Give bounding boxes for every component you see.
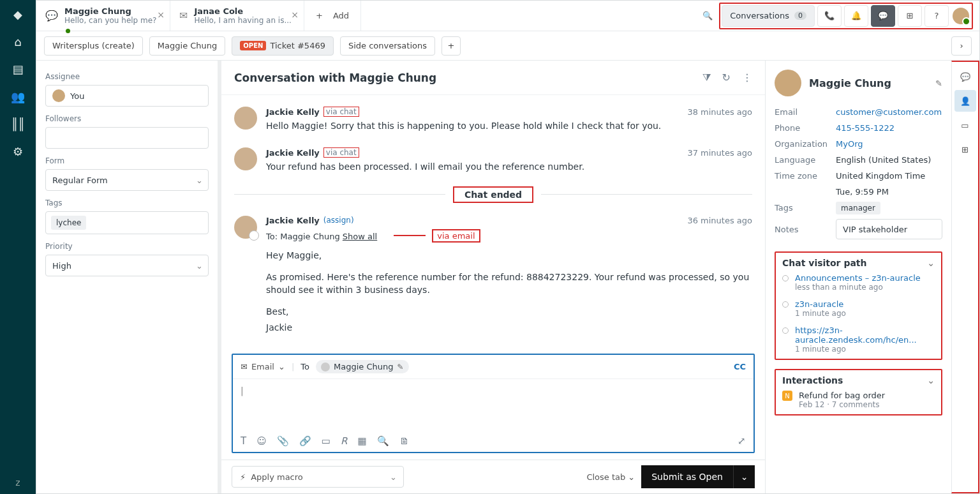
assignee-label: Assignee (45, 72, 209, 81)
ctx-knowledge-icon[interactable]: ▭ (954, 114, 976, 136)
crumb-ticket[interactable]: OPEN Ticket #5469 (232, 36, 334, 56)
assignee-avatar (52, 89, 65, 102)
add-side-conversation[interactable]: + (442, 36, 461, 56)
channel-select[interactable]: ✉ Email ⌄ (241, 362, 285, 371)
code-icon[interactable]: ▭ (322, 435, 330, 447)
customers-icon[interactable]: 👥 (11, 90, 25, 103)
search-icon[interactable]: 🔍 (702, 11, 713, 20)
home-icon[interactable]: ⌂ (14, 35, 21, 49)
customer-name: Maggie Chung (809, 77, 891, 89)
path-link[interactable]: z3n-auracle (795, 299, 846, 309)
call-icon[interactable]: 📞 (817, 5, 842, 27)
submit-dropdown[interactable]: ⌄ (733, 465, 755, 488)
views-icon[interactable]: ▤ (12, 63, 23, 76)
emoji-icon[interactable]: ☺ (256, 435, 267, 447)
close-icon[interactable]: × (291, 10, 299, 20)
crumb-side-conversations[interactable]: Side conversations (340, 36, 435, 56)
path-link[interactable]: https://z3n-auracle.zendesk.com/hc/en... (795, 326, 935, 345)
assignee-field[interactable]: You (45, 85, 209, 107)
show-all-link[interactable]: Show all (343, 232, 377, 241)
msg-author: Jackie Kelly (266, 107, 320, 117)
text-format-icon[interactable]: T (241, 435, 246, 447)
insert-icon[interactable]: 🗎 (399, 435, 409, 447)
form-select[interactable]: Regular Form (45, 169, 209, 191)
user-icon (321, 363, 330, 371)
org-value[interactable]: MyOrg (836, 139, 942, 149)
left-nav-rail: ◆ ⌂ ▤ 👥 ║║ ⚙ z (0, 0, 36, 494)
expand-icon[interactable]: ⤢ (738, 435, 746, 447)
path-time: 1 minute ago (795, 309, 846, 318)
path-item: Announcements – z3n-auracleless than a m… (782, 273, 935, 292)
search-kb-icon[interactable]: 🔍 (377, 435, 389, 447)
ticket-fields-sidebar: Assignee You Followers Form Regular Form… (36, 61, 221, 493)
messaging-icon[interactable]: 💬 (871, 5, 895, 27)
submit-button[interactable]: Submit as Open (641, 465, 733, 488)
table-icon[interactable]: ▦ (357, 435, 366, 447)
tab-janae[interactable]: ✉ Janae Cole Hello, I am having an is...… (170, 1, 304, 31)
tab-maggie[interactable]: 💬 Maggie Chung Hello, can you help me? × (36, 1, 170, 31)
phone-value[interactable]: 415-555-1222 (836, 123, 942, 133)
email-value[interactable]: customer@customer.com (836, 107, 942, 117)
apps-grid-icon[interactable]: ⊞ (898, 5, 922, 27)
msg-channel: via chat (323, 147, 359, 158)
context-rail: 💬 👤 ▭ ⊞ (951, 61, 979, 493)
tags-field[interactable]: lychee (45, 211, 209, 234)
apply-macro[interactable]: ⚡ Apply macro (232, 466, 404, 488)
tab-subtitle: Hello, I am having an is... (194, 16, 292, 25)
message: Jackie Kelly via chat 38 minutes ago Hel… (234, 99, 752, 140)
priority-select[interactable]: High (45, 255, 209, 276)
crumb-requester[interactable]: Maggie Chung (149, 36, 225, 56)
ctx-conversation-icon[interactable]: 💬 (954, 66, 976, 87)
priority-label: Priority (45, 242, 209, 251)
crumb-org[interactable]: Writersplus (create) (44, 36, 143, 56)
msg-to: To: Maggie Chung Show all (266, 232, 377, 241)
interaction-item[interactable]: N Refund for bag orderFeb 12 · 7 comment… (782, 391, 935, 409)
message-textarea[interactable]: | (233, 379, 754, 430)
tags-label: Tags (45, 198, 209, 207)
more-icon[interactable]: ⋮ (742, 71, 752, 84)
edit-customer-icon[interactable]: ✎ (935, 79, 942, 88)
reporting-icon[interactable]: ║║ (11, 117, 25, 131)
attachment-icon[interactable]: 📎 (277, 435, 289, 447)
link-icon[interactable]: 🔗 (299, 435, 311, 447)
assign-link[interactable]: (assign) (323, 216, 354, 225)
edit-recipient-icon[interactable]: ✎ (397, 363, 403, 371)
message-email: Jackie Kelly (assign) 36 minutes ago To:… (234, 208, 752, 341)
ctx-apps-icon[interactable]: ⊞ (954, 138, 976, 160)
z-logo-icon[interactable]: ◆ (13, 8, 22, 21)
admin-gear-icon[interactable]: ⚙ (13, 145, 23, 158)
notes-field[interactable]: VIP stakeholder (836, 219, 942, 239)
add-tab[interactable]: + Add (304, 1, 361, 31)
ctx-tag[interactable]: manager (836, 202, 880, 214)
tab-title: Janae Cole (194, 6, 292, 17)
filter-icon[interactable]: ⧩ (702, 71, 711, 84)
path-item: https://z3n-auracle.zendesk.com/hc/en...… (782, 326, 935, 354)
cc-button[interactable]: CC (734, 362, 746, 371)
collapse-icon[interactable]: ⌄ (927, 258, 935, 268)
path-link[interactable]: Announcements – z3n-auracle (795, 273, 921, 283)
recipient-name: Maggie Chung (334, 362, 393, 371)
tag-chip[interactable]: lychee (51, 216, 86, 230)
msg-text: Hello Maggie! Sorry that this is happeni… (266, 119, 752, 132)
profile-avatar[interactable] (951, 6, 970, 26)
message-thread: Jackie Kelly via chat 38 minutes ago Hel… (221, 95, 765, 348)
help-icon[interactable]: ? (924, 5, 949, 27)
org-label: Organization (775, 139, 836, 149)
msg-line: Best, (266, 305, 752, 318)
ctx-user-icon[interactable]: 👤 (954, 90, 976, 112)
events-icon[interactable]: ↻ (722, 71, 731, 84)
followers-label: Followers (45, 114, 209, 123)
quote-icon[interactable]: R (341, 435, 347, 447)
crumb-advance[interactable]: › (951, 36, 972, 56)
via-email-annotation: via email (394, 229, 480, 243)
close-icon[interactable]: × (157, 10, 165, 20)
add-tab-label: Add (333, 11, 349, 20)
collapse-icon[interactable]: ⌄ (927, 375, 935, 385)
close-tab-button[interactable]: Close tab ⌄ (586, 472, 635, 482)
followers-field[interactable] (45, 127, 209, 149)
chat-ended-label: Chat ended (453, 186, 533, 203)
tz-time: Tue, 9:59 PM (836, 187, 942, 197)
recipient-chip[interactable]: Maggie Chung✎ (316, 360, 409, 373)
conversations-button[interactable]: Conversations 0 (722, 5, 815, 27)
notifications-icon[interactable]: 🔔 (844, 5, 868, 27)
